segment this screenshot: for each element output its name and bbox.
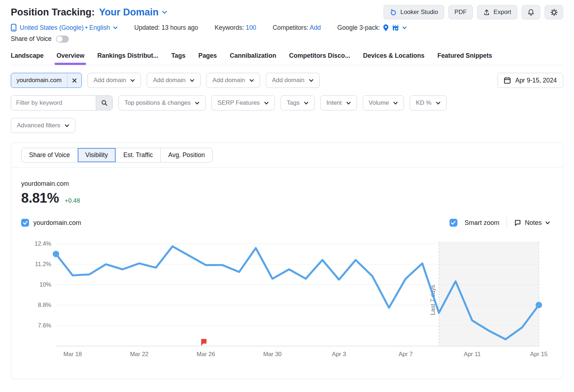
share-of-voice-label: Share of Voice [11,35,52,43]
add-domain-button[interactable]: Add domain [147,73,201,88]
domain-chip[interactable]: yourdomain.com [11,73,82,88]
search-icon [101,100,108,106]
project-selector[interactable]: Your Domain [99,5,167,19]
kd-label: KD % [416,99,431,107]
date-range-picker[interactable]: Apr 9-15, 2024 [497,73,563,88]
remove-domain-button[interactable] [67,73,81,88]
svg-text:12.4%: 12.4% [34,240,51,247]
volume-dropdown[interactable]: Volume [363,95,404,110]
chevron-down-icon [190,79,194,82]
date-range-label: Apr 9-15, 2024 [515,77,557,84]
add-domain-button[interactable]: Add domain [266,73,320,88]
visibility-chart[interactable]: 12.4%11.2%10%8.8%7.6%Last 7 daysMar 18Ma… [21,234,553,359]
keyword-filter-input[interactable] [11,96,96,110]
tab-devices-locations[interactable]: Devices & Locations [363,52,424,60]
export-icon [483,9,490,16]
keywords-count-link[interactable]: 100 [246,24,256,31]
svg-text:Mar 22: Mar 22 [130,351,148,357]
check-icon [451,221,456,225]
svg-text:Apr 11: Apr 11 [464,351,481,357]
tab-cannibalization[interactable]: Cannibalization [230,52,276,60]
chevron-down-icon [195,101,199,105]
settings-button[interactable] [545,5,563,19]
tab-competitors-discovery[interactable]: Competitors Disco... [289,52,350,60]
tab-landscape[interactable]: Landscape [11,52,43,60]
metric-tab-avg-position[interactable]: Avg. Position [160,148,212,162]
tab-tags[interactable]: Tags [171,52,185,60]
keyword-search-button[interactable] [96,96,112,110]
add-domain-label: Add domain [212,77,245,84]
chevron-down-icon [162,10,167,14]
notifications-button[interactable] [522,5,540,19]
tags-dropdown[interactable]: Tags [281,95,315,110]
position-tracking-page: Position Tracking: Your Domain Looker St… [0,0,574,133]
share-of-voice-row: Share of Voice [11,35,563,43]
visibility-summary: yourdomain.com 8.81% +0.48 [11,168,563,206]
metric-tabs-row: Share of Voice Visibility Est. Traffic A… [11,143,563,168]
metric-tab-est-traffic[interactable]: Est. Traffic [116,148,160,162]
chevron-down-icon [130,79,135,82]
add-domain-button[interactable]: Add domain [88,73,141,88]
divider [507,217,507,228]
serp-features-dropdown[interactable]: SERP Features [211,95,275,110]
export-button[interactable]: Export [477,5,517,19]
chevron-down-icon [65,124,69,127]
metric-segmented-control: Share of Voice Visibility Est. Traffic A… [21,148,213,162]
check-icon [23,221,28,225]
add-domain-button[interactable]: Add domain [206,73,260,88]
smart-zoom-checkbox[interactable] [450,219,457,227]
tab-pages[interactable]: Pages [198,52,217,60]
pdf-label: PDF [455,9,467,16]
tab-featured-snippets[interactable]: Featured Snippets [437,52,492,60]
tab-overview[interactable]: Overview [56,52,84,60]
visibility-change: +0.48 [65,197,80,204]
chevron-down-icon[interactable] [402,26,407,29]
local-pack-building-icon[interactable] [392,24,399,31]
location-pin-icon[interactable] [383,24,389,32]
intent-label: Intent [326,99,342,107]
top-positions-label: Top positions & changes [124,99,190,107]
updated-status: Updated: 13 hours ago [134,24,198,32]
chevron-down-icon [249,79,254,82]
svg-text:Apr 15: Apr 15 [530,351,548,357]
pdf-button[interactable]: PDF [448,5,473,19]
keywords-label: Keywords: [215,24,244,31]
chevron-down-icon [436,101,441,105]
metric-tab-share-of-voice[interactable]: Share of Voice [22,148,77,162]
chart-legend-row: yourdomain.com Smart zoom Notes [11,217,563,228]
calendar-icon [504,77,511,84]
chevron-down-icon [113,26,118,29]
chevron-down-icon [264,101,269,105]
looker-studio-icon [390,9,397,16]
intent-dropdown[interactable]: Intent [320,95,357,110]
google-3pack-meta: Google 3-pack: [337,24,407,32]
svg-text:Mar 26: Mar 26 [197,351,215,357]
toggle-knob [57,36,62,42]
chevron-down-icon [545,221,550,225]
tags-label: Tags [287,99,300,107]
add-domain-label: Add domain [272,77,305,84]
looker-studio-button[interactable]: Looker Studio [384,5,444,19]
metric-tab-visibility[interactable]: Visibility [77,148,116,162]
competitors-add-link[interactable]: Add [310,24,321,31]
location-language-selector[interactable]: United States (Google) • English [11,24,118,32]
tab-rankings-distribution[interactable]: Rankings Distribut... [97,52,158,60]
top-positions-dropdown[interactable]: Top positions & changes [118,95,206,110]
domain-visibility-checkbox[interactable] [21,219,29,227]
share-of-voice-toggle[interactable] [56,36,69,43]
notes-button[interactable]: Notes [514,219,550,227]
kd-dropdown[interactable]: KD % [410,95,446,110]
chevron-down-icon [393,101,398,105]
legend-item: yourdomain.com [21,219,81,227]
close-icon [72,78,77,83]
advanced-filters-dropdown[interactable]: Advanced filters [11,118,75,133]
svg-text:11.2%: 11.2% [35,261,51,267]
google-3pack-label: Google 3-pack: [337,24,380,32]
header-toolbar: Looker Studio PDF Export [384,5,563,19]
mobile-device-icon [11,24,17,32]
note-flag-icon [514,219,521,226]
volume-label: Volume [369,99,389,107]
export-label: Export [494,9,511,16]
header: Position Tracking: Your Domain Looker St… [11,5,563,19]
svg-text:Apr 7: Apr 7 [399,351,413,357]
